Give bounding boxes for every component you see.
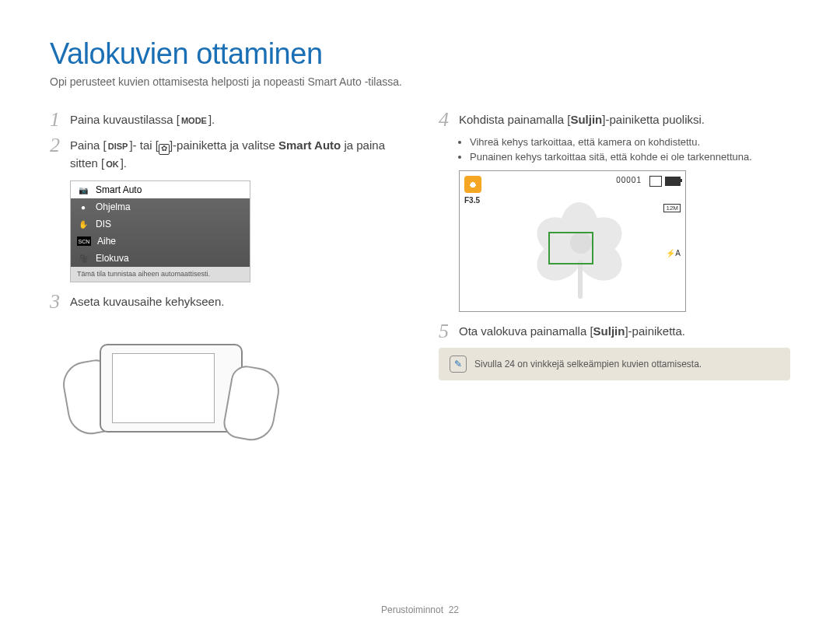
flash-auto-icon: ⚡A: [666, 249, 681, 257]
left-column: 1 Paina kuvaustilassa [MODE]. 2 Paina [D…: [50, 111, 401, 458]
mode-item-label: Smart Auto: [96, 184, 142, 195]
step2-mid2: ]-painiketta ja valitse: [170, 138, 278, 152]
step-number: 5: [439, 323, 459, 340]
step-3: 3 Aseta kuvausaihe kehykseen.: [50, 293, 401, 310]
shutter-label: Suljin: [570, 113, 602, 126]
step2-mid1: ]- tai [: [129, 138, 159, 152]
mode-item-program: ● Ohjelma: [71, 198, 250, 215]
mode-item-movie: 🎥 Elokuva: [71, 250, 250, 267]
step-5: 5 Ota valokuva painamalla [Suljin]-paini…: [439, 323, 790, 340]
smart-auto-label: Smart Auto: [278, 138, 341, 152]
step2-pre: Paina [: [70, 138, 107, 152]
camera-screen-icon: [112, 353, 215, 423]
aperture-value: F3.5: [464, 196, 480, 205]
sdcard-icon: [649, 176, 662, 187]
mode-item-scene: SCN Aihe: [71, 233, 250, 250]
step5-pre: Ota valokuva painamalla [: [459, 324, 593, 338]
program-icon: ●: [77, 202, 89, 212]
mode-item-label: Aihe: [97, 236, 116, 247]
mode-item-label: Ohjelma: [96, 201, 131, 212]
page-footer: Perustoiminnot 22: [0, 604, 840, 615]
step-number: 2: [50, 137, 70, 154]
step-number: 1: [50, 111, 70, 128]
step-number: 3: [50, 293, 70, 310]
step4-post: ]-painiketta puoliksi.: [602, 113, 705, 126]
macro-mode-icon: [464, 176, 481, 193]
step5-post: ]-painiketta.: [625, 324, 685, 338]
step1-text-pre: Paina kuvaustilassa [: [70, 113, 180, 126]
mode-item-label: DIS: [96, 219, 111, 229]
disp-button-label: DISP: [107, 138, 130, 155]
shutter-label: Suljin: [593, 324, 625, 338]
step4-bullets: Vihreä kehys tarkoittaa, että kamera on …: [470, 136, 790, 163]
lcd-preview: 00001 F3.5 12M ⚡A: [459, 170, 686, 312]
movie-icon: 🎥: [77, 254, 89, 263]
tip-text: Sivulla 24 on vinkkejä selkeämpien kuvie…: [474, 359, 702, 370]
camera-icon: 📷: [77, 185, 89, 194]
ok-button-label: OK: [104, 156, 121, 173]
macro-icon: ✿: [159, 144, 170, 155]
mode-item-dis: ✋ DIS: [71, 215, 250, 233]
mode-button-label: MODE: [180, 112, 208, 129]
step-4: 4 Kohdista painamalla [Suljin]-painikett…: [439, 111, 790, 128]
bullet-green-frame: Vihreä kehys tarkoittaa, että kamera on …: [470, 136, 790, 148]
focus-frame: [548, 232, 593, 264]
page-title: Valokuvien ottaminen: [50, 37, 790, 71]
step2-post: ].: [121, 156, 127, 170]
mode-item-label: Elokuva: [96, 253, 129, 264]
mode-menu-description: Tämä tila tunnistaa aiheen automaattises…: [71, 267, 250, 282]
resolution-icon: 12M: [663, 204, 681, 212]
page-subtitle: Opi perusteet kuvien ottamisesta helpost…: [50, 75, 790, 88]
mode-menu: 📷 Smart Auto ● Ohjelma ✋ DIS SCN Aihe 🎥: [70, 180, 250, 282]
step-2: 2 Paina [DISP]- tai [✿]-painiketta ja va…: [50, 137, 401, 173]
step3-text: Aseta kuvausaihe kehykseen.: [70, 293, 401, 310]
step1-text-post: ].: [208, 113, 215, 126]
battery-icon: [665, 177, 681, 186]
camera-body-icon: [100, 344, 243, 433]
footer-page-number: 22: [449, 604, 459, 615]
step4-pre: Kohdista painamalla [: [459, 113, 570, 126]
tip-box: ✎ Sivulla 24 on vinkkejä selkeämpien kuv…: [439, 348, 790, 380]
right-column: 4 Kohdista painamalla [Suljin]-painikett…: [439, 111, 790, 458]
camera-hands-illustration: [70, 318, 272, 458]
footer-section: Perustoiminnot: [381, 604, 443, 615]
note-icon: ✎: [450, 356, 467, 373]
mode-item-smart-auto: 📷 Smart Auto: [71, 181, 250, 198]
shot-counter: 00001: [616, 176, 642, 184]
bullet-red-frame: Punainen kehys tarkoittaa sitä, että koh…: [470, 151, 790, 163]
step-number: 4: [439, 111, 459, 128]
scn-icon: SCN: [77, 236, 91, 246]
step-1: 1 Paina kuvaustilassa [MODE].: [50, 111, 401, 129]
dis-icon: ✋: [77, 219, 89, 229]
